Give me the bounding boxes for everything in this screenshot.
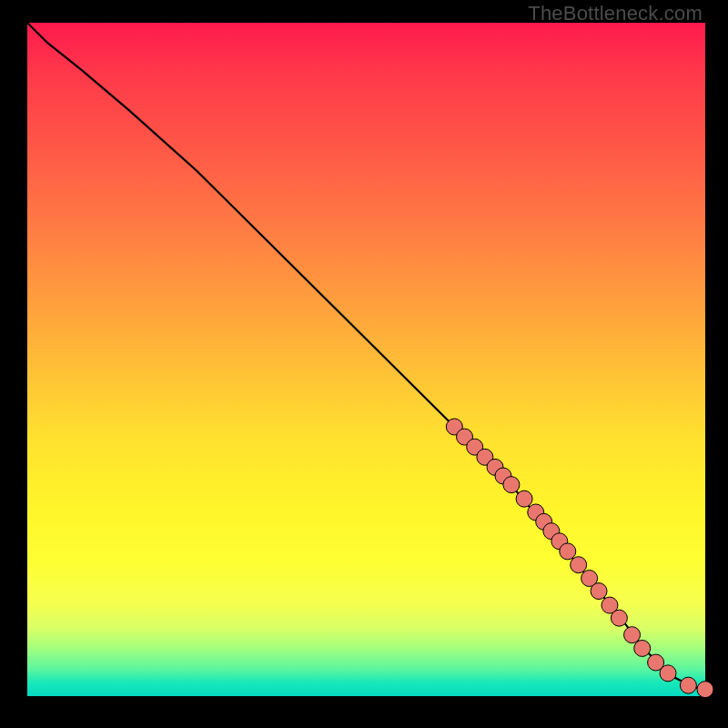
data-marker — [634, 640, 651, 656]
data-marker — [516, 490, 532, 507]
data-marker — [680, 677, 696, 693]
chart-svg — [27, 23, 705, 696]
data-marker — [560, 543, 576, 560]
data-marker — [571, 557, 587, 573]
data-marker — [660, 665, 676, 682]
watermark-text: TheBottleneck.com — [528, 2, 703, 25]
chart-frame: TheBottleneck.com — [0, 0, 728, 728]
data-marker — [591, 583, 607, 600]
data-marker — [611, 610, 627, 626]
data-marker — [624, 627, 641, 643]
data-marker — [697, 682, 713, 698]
marker-layer — [446, 419, 713, 698]
plot-area — [27, 23, 705, 696]
data-marker — [503, 477, 520, 493]
